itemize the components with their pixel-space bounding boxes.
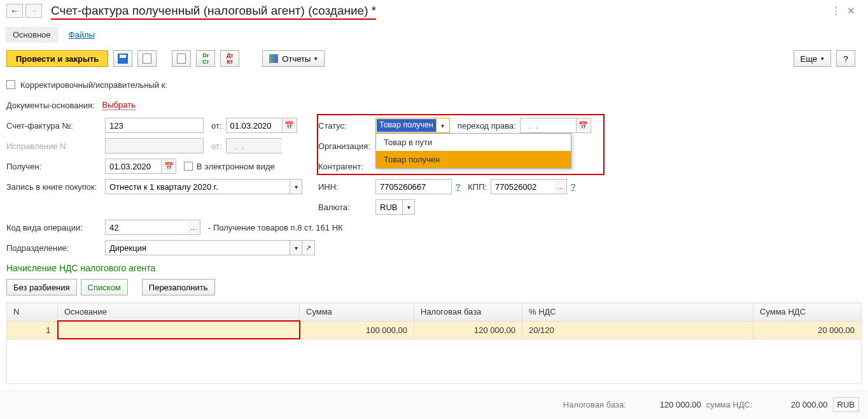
invoice-num-input[interactable] bbox=[105, 118, 204, 133]
currency-label: Валюта: bbox=[318, 202, 375, 212]
cell-vat-sum[interactable]: 20 000,00 bbox=[753, 321, 862, 339]
post-icon bbox=[143, 53, 151, 64]
total-taxbase-value: 120 000,00 bbox=[631, 400, 701, 409]
document-icon-button[interactable] bbox=[172, 50, 191, 67]
kpp-label: КПП: bbox=[468, 182, 487, 192]
reports-label: Отчеты bbox=[282, 54, 311, 64]
close-icon[interactable]: ✕ bbox=[847, 5, 855, 17]
col-tax-base: Налоговая база bbox=[414, 303, 522, 322]
currency-input[interactable] bbox=[375, 199, 402, 215]
dropdown-icon: ▾ bbox=[314, 55, 318, 62]
tab-main[interactable]: Основное bbox=[5, 27, 59, 43]
calendar-icon[interactable]: 📅 bbox=[576, 118, 591, 133]
col-basis: Основание bbox=[58, 303, 300, 322]
inn-label: ИНН: bbox=[318, 182, 375, 192]
cell-n[interactable]: 1 bbox=[7, 321, 58, 339]
nav-forward-button[interactable]: → bbox=[25, 4, 42, 18]
tab-files[interactable]: Файлы bbox=[61, 27, 102, 43]
header-menu-icon[interactable]: ⋮ bbox=[831, 5, 841, 17]
col-sum: Сумма bbox=[300, 303, 414, 322]
inn-input[interactable] bbox=[375, 179, 452, 194]
from-label-2: от: bbox=[211, 141, 222, 151]
inn-help[interactable]: ? bbox=[456, 182, 460, 192]
status-option-received[interactable]: Товар получен bbox=[376, 151, 571, 168]
cell-tax-base[interactable]: 120 000,00 bbox=[414, 321, 522, 339]
dropdown-icon[interactable]: ▾ bbox=[290, 179, 302, 194]
table-blank-area bbox=[6, 339, 862, 384]
status-value: Товар получен bbox=[377, 119, 436, 132]
kpp-input[interactable] bbox=[491, 179, 554, 194]
status-dropdown: Товар в пути Товар получен bbox=[375, 133, 571, 169]
reports-button[interactable]: Отчеты ▾ bbox=[262, 50, 325, 67]
opcode-desc: - Получение товаров п.8 ст. 161 НК bbox=[208, 223, 343, 232]
save-icon bbox=[118, 53, 128, 64]
status-label: Статус: bbox=[318, 121, 375, 131]
correction-date-input bbox=[226, 138, 282, 153]
org-label: Организация: bbox=[318, 141, 375, 151]
col-vat-sum: Сумма НДС bbox=[753, 303, 862, 322]
book-input[interactable] bbox=[105, 179, 290, 194]
more-button[interactable]: Еще ▾ bbox=[794, 50, 831, 67]
book-label: Запись в книге покупок: bbox=[6, 182, 105, 192]
col-vat-rate: % НДС bbox=[522, 303, 753, 322]
ellipsis-icon[interactable]: … bbox=[554, 179, 567, 194]
total-taxbase-label: Налоговая база: bbox=[563, 400, 626, 409]
invoice-date-input[interactable] bbox=[226, 118, 282, 133]
dt-kt-button[interactable]: ДтКт bbox=[220, 50, 239, 67]
dropdown-icon[interactable]: ▾ bbox=[402, 199, 415, 215]
col-n: N bbox=[7, 303, 58, 322]
nav-back-button[interactable]: ← bbox=[6, 4, 23, 18]
opcode-input[interactable] bbox=[105, 220, 188, 235]
basis-select-link[interactable]: Выбрать bbox=[102, 100, 136, 110]
correction-num-label: Исправление N: bbox=[6, 141, 105, 151]
dropdown-icon[interactable]: ▾ bbox=[290, 240, 302, 255]
ellipsis-icon[interactable]: … bbox=[188, 220, 200, 235]
list-button[interactable]: Списком bbox=[81, 279, 128, 295]
contractor-label: Контрагент: bbox=[318, 162, 375, 171]
cell-sum[interactable]: 100 000,00 bbox=[300, 321, 414, 339]
from-label-1: от: bbox=[211, 121, 222, 131]
save-button[interactable] bbox=[113, 50, 132, 67]
status-select[interactable]: Товар получен ▾ bbox=[375, 118, 450, 133]
dropdown-icon[interactable]: ▾ bbox=[436, 119, 449, 132]
received-label: Получен: bbox=[6, 162, 105, 171]
dr-ct-button[interactable]: DrCт bbox=[196, 50, 215, 67]
post-and-close-button[interactable]: Провести и закрыть bbox=[6, 50, 108, 67]
transfer-label: переход права: bbox=[458, 121, 516, 131]
total-vat-value: 20 000,00 bbox=[758, 400, 828, 409]
opcode-label: Код вида операции: bbox=[6, 223, 105, 232]
table-row[interactable]: 1 100 000,00 120 000,00 20/120 20 000,00 bbox=[7, 321, 862, 339]
document-icon bbox=[177, 53, 186, 64]
refill-button[interactable]: Перезаполнить bbox=[142, 279, 215, 295]
open-icon[interactable]: ↗ bbox=[302, 240, 315, 255]
vat-table: N Основание Сумма Налоговая база % НДС С… bbox=[6, 302, 862, 339]
post-button[interactable] bbox=[137, 50, 157, 67]
correction-checkbox-label: Корректировочный/исправительный к: bbox=[20, 80, 167, 90]
status-option-transit[interactable]: Товар в пути bbox=[376, 134, 571, 151]
dropdown-icon: ▾ bbox=[821, 55, 824, 62]
calendar-icon[interactable]: 📅 bbox=[282, 118, 297, 133]
kpp-help[interactable]: ? bbox=[571, 182, 575, 192]
report-icon bbox=[269, 54, 278, 63]
dt-kt-icon: ДтКт bbox=[227, 52, 234, 65]
total-currency: RUB bbox=[833, 397, 859, 412]
cell-basis[interactable] bbox=[58, 321, 300, 339]
dept-input[interactable] bbox=[105, 240, 290, 255]
electronic-checkbox[interactable] bbox=[184, 162, 193, 171]
correction-checkbox[interactable] bbox=[6, 80, 15, 89]
no-split-button[interactable]: Без разбиения bbox=[6, 279, 77, 295]
basis-docs-label: Документы-основания: bbox=[6, 101, 95, 110]
page-title: Счет-фактура полученный (налоговый агент… bbox=[51, 4, 376, 20]
transfer-date-input[interactable] bbox=[520, 118, 576, 133]
help-button[interactable]: ? bbox=[836, 50, 855, 67]
invoice-num-label: Счет-фактура №: bbox=[6, 121, 105, 131]
dept-label: Подразделение: bbox=[6, 243, 105, 253]
received-date-input[interactable] bbox=[105, 159, 161, 174]
electronic-label: В электронном виде bbox=[197, 162, 275, 171]
cell-vat-rate[interactable]: 20/120 bbox=[522, 321, 753, 339]
dr-ct-icon: DrCт bbox=[202, 52, 209, 65]
calendar-icon[interactable]: 📅 bbox=[161, 159, 176, 174]
total-vat-label: сумма НДС: bbox=[706, 400, 753, 409]
section-title: Начисление НДС налогового агента bbox=[6, 258, 862, 277]
correction-num-input bbox=[105, 138, 204, 153]
